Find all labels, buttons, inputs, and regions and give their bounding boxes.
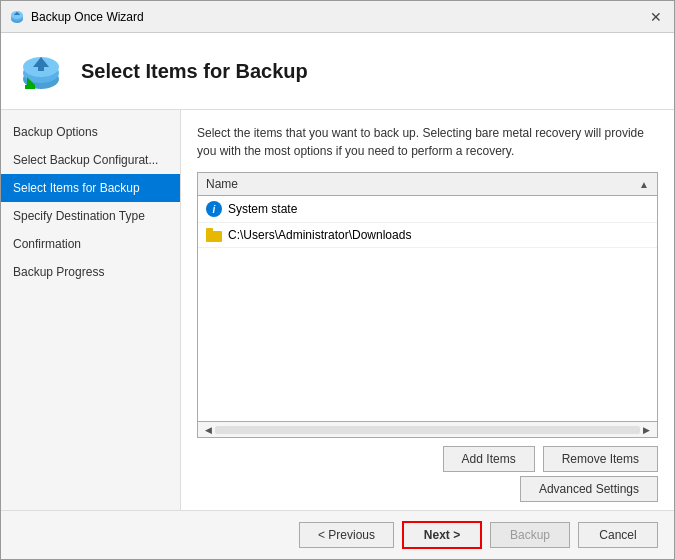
scroll-right-arrow[interactable]: ▶ (640, 425, 653, 435)
sort-arrow: ▲ (639, 179, 649, 190)
title-bar: Backup Once Wizard ✕ (1, 1, 674, 33)
header-title: Select Items for Backup (81, 60, 308, 83)
close-button[interactable]: ✕ (646, 9, 666, 25)
sidebar-item-select-backup-config[interactable]: Select Backup Configurat... (1, 146, 180, 174)
table-row[interactable]: C:\Users\Administrator\Downloads (198, 223, 657, 248)
sidebar: Backup Options Select Backup Configurat.… (1, 110, 181, 510)
downloads-label: C:\Users\Administrator\Downloads (228, 228, 411, 242)
sidebar-item-confirmation[interactable]: Confirmation (1, 230, 180, 258)
header-section: Select Items for Backup (1, 33, 674, 110)
content-area: Backup Options Select Backup Configurat.… (1, 110, 674, 510)
add-items-button[interactable]: Add Items (443, 446, 535, 472)
horizontal-scrollbar[interactable]: ◀ ▶ (198, 421, 657, 437)
title-bar-left: Backup Once Wizard (9, 9, 144, 25)
description-text: Select the items that you want to back u… (197, 124, 658, 160)
sidebar-item-specify-destination[interactable]: Specify Destination Type (1, 202, 180, 230)
column-name-label: Name (206, 177, 238, 191)
sidebar-item-backup-options[interactable]: Backup Options (1, 118, 180, 146)
title-text: Backup Once Wizard (31, 10, 144, 24)
sidebar-item-select-items[interactable]: Select Items for Backup (1, 174, 180, 202)
footer: < Previous Next > Backup Cancel (1, 510, 674, 559)
table-body[interactable]: i System state C:\Users\Administrator\Do… (198, 196, 657, 421)
next-button[interactable]: Next > (402, 521, 482, 549)
table-row[interactable]: i System state (198, 196, 657, 223)
system-state-label: System state (228, 202, 297, 216)
cancel-button[interactable]: Cancel (578, 522, 658, 548)
app-icon (9, 9, 25, 25)
backup-button[interactable]: Backup (490, 522, 570, 548)
scroll-track[interactable] (215, 426, 640, 434)
advanced-settings-button[interactable]: Advanced Settings (520, 476, 658, 502)
folder-icon (206, 228, 222, 242)
svg-rect-6 (38, 61, 44, 71)
action-buttons-row1: Add Items Remove Items (197, 438, 658, 476)
remove-items-button[interactable]: Remove Items (543, 446, 658, 472)
table-header: Name ▲ (198, 173, 657, 196)
action-buttons-row2: Advanced Settings (197, 476, 658, 510)
header-icon (17, 47, 65, 95)
previous-button[interactable]: < Previous (299, 522, 394, 548)
items-table: Name ▲ i System state C:\Users\Administr… (197, 172, 658, 438)
sidebar-item-backup-progress[interactable]: Backup Progress (1, 258, 180, 286)
main-panel: Select the items that you want to back u… (181, 110, 674, 510)
system-state-icon: i (206, 201, 222, 217)
main-window: Backup Once Wizard ✕ Select Items for Ba… (0, 0, 675, 560)
scroll-left-arrow[interactable]: ◀ (202, 425, 215, 435)
